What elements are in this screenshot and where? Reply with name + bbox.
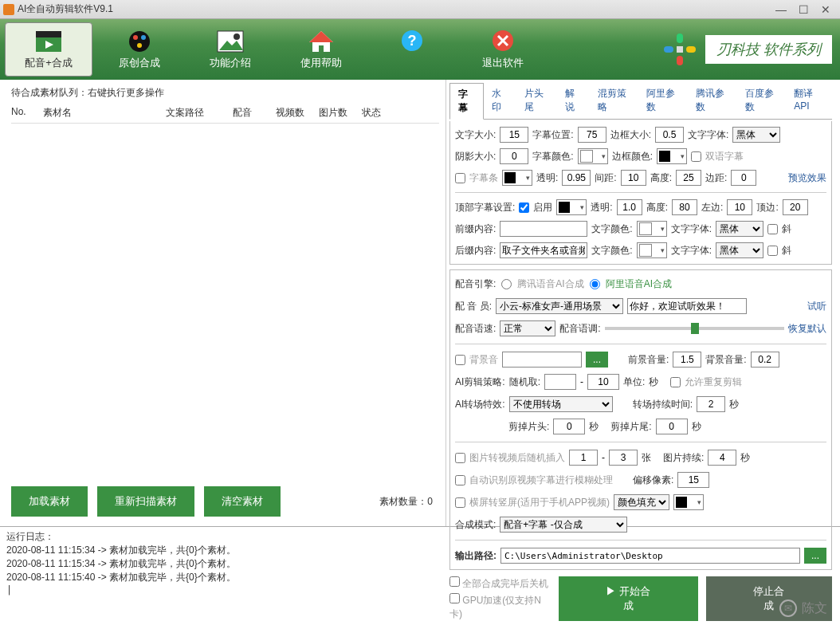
tab-watermark[interactable]: 水印 [484,83,516,119]
font-size-input[interactable] [500,127,528,143]
load-material-button[interactable]: 加载素材 [11,486,88,517]
img-to-input[interactable] [609,450,638,466]
tab-tencent-params[interactable]: 腾讯参数 [688,83,737,119]
strategy-to-input[interactable] [587,374,619,390]
engine-ali-radio[interactable] [590,279,600,289]
brand-logo-icon [661,30,699,69]
settings-tabs: 字幕 水印 片头尾 解说 混剪策略 阿里参数 腾讯参数 百度参数 翻译API [449,83,832,120]
strategy-from-input[interactable] [544,374,576,390]
top-height-input[interactable] [672,199,697,215]
auto-blur-checkbox[interactable] [455,475,465,485]
bar-color-picker[interactable] [502,170,532,186]
tab-ali-params[interactable]: 阿里参数 [638,83,688,119]
col-vidcount: 视频数 [276,106,316,120]
img-from-input[interactable] [569,450,598,466]
suffix-color-picker[interactable] [637,242,667,258]
tab-subtitle[interactable]: 字幕 [449,83,484,120]
shutdown-option[interactable]: 全部合成完毕后关机 [449,576,551,591]
col-path: 文案路径 [166,106,230,120]
clear-material-button[interactable]: 清空素材 [204,486,281,517]
svg-point-4 [133,35,138,40]
close-button[interactable]: ✕ [814,2,837,18]
toolbar-voice-compose[interactable]: 配音+合成 [5,22,92,77]
test-voice-link[interactable]: 试听 [807,300,826,313]
rescan-material-button[interactable]: 重新扫描素材 [97,486,194,517]
fill-mode-select[interactable]: 颜色填充 [614,494,669,510]
fg-volume-input[interactable] [673,352,701,368]
preview-link[interactable]: 预览效果 [788,171,826,185]
toolbar-help[interactable]: ? 退出软件 [368,22,456,77]
margin-input[interactable] [731,170,756,186]
bgm-path-input[interactable] [502,352,582,368]
height-input[interactable] [676,170,701,186]
output-path-input[interactable] [500,548,800,564]
svg-point-8 [234,33,240,40]
top-left-input[interactable] [727,199,752,215]
reset-link[interactable]: 恢复默认 [788,322,826,336]
allow-dup-checkbox[interactable] [670,377,681,387]
svg-point-6 [137,43,142,48]
engine-tencent-radio[interactable] [501,279,512,289]
border-color-picker[interactable] [657,148,687,164]
svg-rect-17 [664,46,673,53]
offset-input[interactable] [677,472,709,488]
toolbar-original-compose[interactable]: 原创合成 [96,22,183,77]
col-voice: 配音 [233,106,273,120]
suffix-italic-checkbox[interactable] [767,246,778,256]
top-enable-checkbox[interactable] [519,202,529,213]
prefix-font-select[interactable]: 黑体 [716,221,763,237]
top-top-input[interactable] [783,199,808,215]
picture-icon [216,29,245,54]
gpu-option[interactable]: GPU加速(仅支持N卡) [449,593,551,621]
suffix-input[interactable] [500,242,587,258]
shadow-size-input[interactable] [500,148,528,164]
minimize-button[interactable]: — [770,2,792,18]
maximize-button[interactable]: ☐ [792,2,814,18]
toolbar-home[interactable]: 使用帮助 [277,22,365,77]
tab-baidu-params[interactable]: 百度参数 [737,83,787,119]
voice-speed-select[interactable]: 正常 [500,320,555,336]
top-color-picker[interactable] [556,199,587,215]
prefix-color-picker[interactable] [637,221,667,237]
fill-color-picker[interactable] [673,494,704,510]
output-browse-button[interactable]: ... [804,548,826,564]
bgm-checkbox[interactable] [455,355,465,365]
start-compose-button[interactable]: ▶ 开始合成 [559,576,698,621]
font-select[interactable]: 黑体 [732,127,780,143]
clapper-icon [34,29,63,54]
tab-mix-strategy[interactable]: 混剪策略 [590,83,639,119]
compose-mode-select[interactable]: 配音+字幕 -仅合成 [500,517,627,533]
img-insert-checkbox[interactable] [455,453,465,463]
cut-tail-input[interactable] [656,419,688,434]
rotate-checkbox[interactable] [455,497,465,508]
cut-head-input[interactable] [553,419,585,434]
toolbar-features[interactable]: 功能介绍 [186,22,274,77]
tab-translate-api[interactable]: 翻译API [786,83,832,119]
bilingual-checkbox[interactable] [691,151,701,162]
transition-dur-input[interactable] [697,396,725,412]
subtitle-bar-checkbox[interactable] [455,173,465,183]
tab-narration[interactable]: 解说 [557,83,590,119]
prefix-input[interactable] [500,221,587,237]
subtitle-color-picker[interactable] [578,148,608,164]
top-opacity-input[interactable] [617,199,642,215]
gap-input[interactable] [621,170,646,186]
opacity-input[interactable] [562,170,591,186]
watermark: ✉ 陈文 [779,599,827,617]
transition-select[interactable]: 不使用转场 [509,396,613,412]
toolbar-exit[interactable]: 退出软件 [459,22,547,77]
tab-headtail[interactable]: 片头尾 [516,83,557,119]
suffix-font-select[interactable]: 黑体 [716,242,763,258]
pitch-slider[interactable] [605,327,784,330]
border-size-input[interactable] [655,127,684,143]
bgm-browse-button[interactable]: ... [586,352,608,368]
prefix-italic-checkbox[interactable] [767,224,778,234]
sample-text-input[interactable] [627,298,747,314]
subtitle-pos-input[interactable] [578,127,606,143]
img-dur-input[interactable] [708,450,736,466]
voice-actor-select[interactable]: 小云-标准女声-通用场景 [496,298,623,314]
brand-text: 刃科技 软件系列 [705,35,832,64]
queue-list[interactable] [11,124,439,480]
bg-volume-input[interactable] [751,352,779,368]
right-panel: 字幕 水印 片头尾 解说 混剪策略 阿里参数 腾讯参数 百度参数 翻译API 文… [446,80,840,526]
